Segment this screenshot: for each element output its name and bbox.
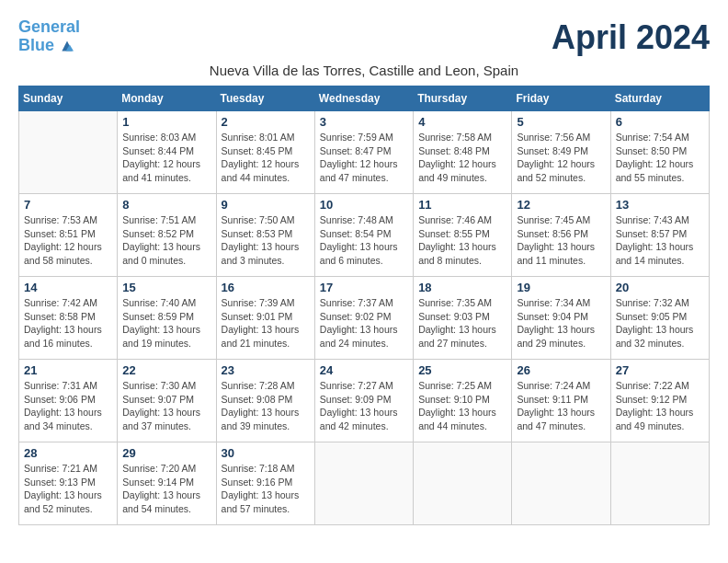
day-info: Sunrise: 7:20 AMSunset: 9:14 PMDaylight:… — [122, 462, 210, 516]
logo: General Blue — [18, 18, 80, 55]
logo-blue: Blue — [18, 36, 54, 54]
day-info: Sunrise: 7:42 AMSunset: 8:58 PMDaylight:… — [24, 296, 112, 350]
day-info: Sunrise: 7:37 AMSunset: 9:02 PMDaylight:… — [320, 296, 408, 350]
title-section: April 2024 — [552, 18, 710, 57]
weekday-header-wednesday: Wednesday — [314, 86, 413, 111]
day-number: 7 — [24, 198, 112, 212]
day-number: 18 — [418, 281, 506, 294]
day-info: Sunrise: 7:56 AMSunset: 8:49 PMDaylight:… — [517, 131, 605, 185]
calendar-cell: 2Sunrise: 8:01 AMSunset: 8:45 PMDaylight… — [216, 111, 314, 194]
day-info: Sunrise: 7:45 AMSunset: 8:56 PMDaylight:… — [517, 213, 605, 268]
calendar-cell: 30Sunrise: 7:18 AMSunset: 9:16 PMDayligh… — [216, 442, 314, 525]
day-info: Sunrise: 7:32 AMSunset: 9:05 PMDaylight:… — [616, 296, 704, 350]
calendar-cell: 18Sunrise: 7:35 AMSunset: 9:03 PMDayligh… — [414, 277, 512, 360]
day-info: Sunrise: 7:59 AMSunset: 8:47 PMDaylight:… — [320, 131, 408, 185]
calendar-cell: 15Sunrise: 7:40 AMSunset: 8:59 PMDayligh… — [118, 277, 216, 360]
calendar-cell: 14Sunrise: 7:42 AMSunset: 8:58 PMDayligh… — [19, 277, 118, 360]
weekday-header-thursday: Thursday — [414, 86, 512, 111]
day-number: 17 — [320, 281, 408, 294]
calendar-cell: 28Sunrise: 7:21 AMSunset: 9:13 PMDayligh… — [19, 442, 118, 525]
calendar-cell: 25Sunrise: 7:25 AMSunset: 9:10 PMDayligh… — [414, 360, 512, 442]
day-info: Sunrise: 7:35 AMSunset: 9:03 PMDaylight:… — [418, 296, 506, 350]
weekday-header-saturday: Saturday — [610, 86, 709, 111]
calendar-cell: 13Sunrise: 7:43 AMSunset: 8:57 PMDayligh… — [610, 194, 709, 277]
day-info: Sunrise: 7:25 AMSunset: 9:10 PMDaylight:… — [418, 379, 506, 433]
day-number: 10 — [320, 198, 408, 212]
day-number: 29 — [122, 446, 210, 460]
day-number: 4 — [418, 115, 506, 129]
calendar-cell: 12Sunrise: 7:45 AMSunset: 8:56 PMDayligh… — [512, 194, 610, 277]
calendar-cell: 3Sunrise: 7:59 AMSunset: 8:47 PMDaylight… — [314, 111, 413, 194]
logo-general: General — [18, 17, 80, 36]
day-info: Sunrise: 7:28 AMSunset: 9:08 PMDaylight:… — [222, 379, 310, 433]
month-title: April 2024 — [552, 18, 710, 57]
calendar-cell: 5Sunrise: 7:56 AMSunset: 8:49 PMDaylight… — [512, 111, 610, 194]
calendar-cell: 21Sunrise: 7:31 AMSunset: 9:06 PMDayligh… — [19, 360, 118, 442]
day-number: 3 — [320, 115, 408, 129]
day-number: 26 — [517, 363, 605, 377]
day-number: 23 — [222, 363, 310, 377]
day-info: Sunrise: 7:27 AMSunset: 9:09 PMDaylight:… — [320, 379, 408, 433]
day-info: Sunrise: 7:48 AMSunset: 8:54 PMDaylight:… — [320, 213, 408, 268]
calendar-cell: 17Sunrise: 7:37 AMSunset: 9:02 PMDayligh… — [314, 277, 413, 360]
day-number: 30 — [222, 446, 310, 460]
day-number: 24 — [320, 363, 408, 377]
day-number: 1 — [122, 115, 210, 129]
day-info: Sunrise: 7:51 AMSunset: 8:52 PMDaylight:… — [122, 213, 210, 268]
day-info: Sunrise: 8:01 AMSunset: 8:45 PMDaylight:… — [222, 131, 310, 185]
day-info: Sunrise: 7:18 AMSunset: 9:16 PMDaylight:… — [222, 462, 310, 516]
day-info: Sunrise: 7:50 AMSunset: 8:53 PMDaylight:… — [222, 213, 310, 268]
weekday-header-sunday: Sunday — [19, 86, 118, 111]
day-number: 11 — [418, 198, 506, 212]
day-number: 9 — [222, 198, 310, 212]
calendar-cell: 7Sunrise: 7:53 AMSunset: 8:51 PMDaylight… — [19, 194, 118, 277]
day-number: 16 — [222, 281, 310, 294]
logo-text: General Blue — [18, 18, 80, 55]
calendar-cell: 6Sunrise: 7:54 AMSunset: 8:50 PMDaylight… — [610, 111, 709, 194]
weekday-header-friday: Friday — [512, 86, 610, 111]
day-number: 22 — [122, 363, 210, 377]
day-number: 14 — [24, 281, 112, 294]
calendar-cell: 27Sunrise: 7:22 AMSunset: 9:12 PMDayligh… — [610, 360, 709, 442]
calendar-cell — [610, 442, 709, 525]
day-number: 25 — [418, 363, 506, 377]
day-number: 8 — [122, 198, 210, 212]
calendar-cell: 26Sunrise: 7:24 AMSunset: 9:11 PMDayligh… — [512, 360, 610, 442]
day-info: Sunrise: 7:31 AMSunset: 9:06 PMDaylight:… — [24, 379, 112, 433]
calendar-cell — [414, 442, 512, 525]
calendar-cell: 20Sunrise: 7:32 AMSunset: 9:05 PMDayligh… — [610, 277, 709, 360]
day-info: Sunrise: 7:24 AMSunset: 9:11 PMDaylight:… — [517, 379, 605, 433]
day-number: 20 — [616, 281, 704, 294]
day-info: Sunrise: 8:03 AMSunset: 8:44 PMDaylight:… — [122, 131, 210, 185]
calendar-cell: 29Sunrise: 7:20 AMSunset: 9:14 PMDayligh… — [118, 442, 216, 525]
day-info: Sunrise: 7:43 AMSunset: 8:57 PMDaylight:… — [616, 213, 704, 268]
day-number: 21 — [24, 363, 112, 377]
day-info: Sunrise: 7:22 AMSunset: 9:12 PMDaylight:… — [616, 379, 704, 433]
calendar-cell: 24Sunrise: 7:27 AMSunset: 9:09 PMDayligh… — [314, 360, 413, 442]
day-info: Sunrise: 7:34 AMSunset: 9:04 PMDaylight:… — [517, 296, 605, 350]
calendar-cell: 9Sunrise: 7:50 AMSunset: 8:53 PMDaylight… — [216, 194, 314, 277]
day-info: Sunrise: 7:40 AMSunset: 8:59 PMDaylight:… — [122, 296, 210, 350]
day-number: 5 — [517, 115, 605, 129]
day-info: Sunrise: 7:54 AMSunset: 8:50 PMDaylight:… — [616, 131, 704, 185]
day-number: 6 — [616, 115, 704, 129]
day-number: 27 — [616, 363, 704, 377]
day-info: Sunrise: 7:30 AMSunset: 9:07 PMDaylight:… — [122, 379, 210, 433]
weekday-header-tuesday: Tuesday — [216, 86, 314, 111]
calendar-table: SundayMondayTuesdayWednesdayThursdayFrid… — [18, 86, 710, 525]
day-number: 19 — [517, 281, 605, 294]
day-info: Sunrise: 7:39 AMSunset: 9:01 PMDaylight:… — [222, 296, 310, 350]
day-number: 2 — [222, 115, 310, 129]
calendar-cell — [19, 111, 118, 194]
calendar-cell: 19Sunrise: 7:34 AMSunset: 9:04 PMDayligh… — [512, 277, 610, 360]
calendar-cell: 16Sunrise: 7:39 AMSunset: 9:01 PMDayligh… — [216, 277, 314, 360]
day-info: Sunrise: 7:58 AMSunset: 8:48 PMDaylight:… — [418, 131, 506, 185]
day-number: 12 — [517, 198, 605, 212]
day-info: Sunrise: 7:53 AMSunset: 8:51 PMDaylight:… — [24, 213, 112, 268]
location-title: Nueva Villa de las Torres, Castille and … — [18, 63, 710, 78]
day-number: 28 — [24, 446, 112, 460]
calendar-cell — [512, 442, 610, 525]
calendar-cell: 1Sunrise: 8:03 AMSunset: 8:44 PMDaylight… — [118, 111, 216, 194]
day-number: 15 — [122, 281, 210, 294]
day-number: 13 — [616, 198, 704, 212]
